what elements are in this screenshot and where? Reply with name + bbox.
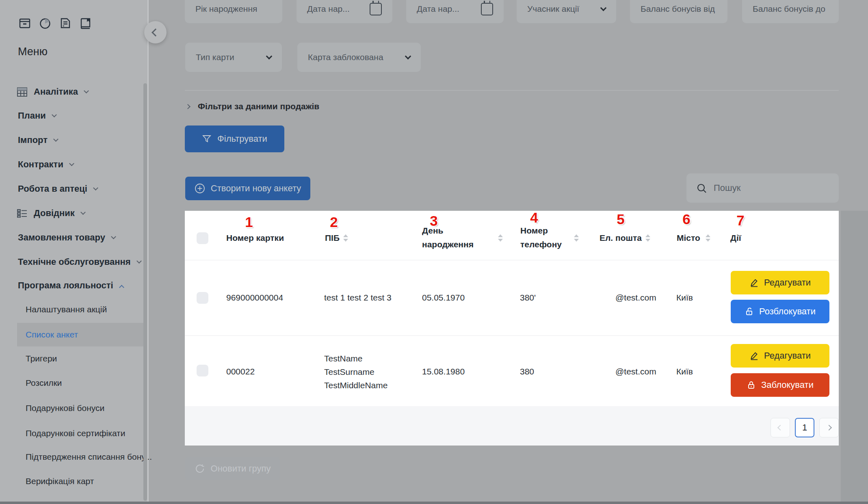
cell-city: Київ xyxy=(676,367,693,376)
sidebar-item-maintenance[interactable]: Технічне обслуговування xyxy=(18,257,141,267)
book-icon[interactable] xyxy=(79,16,93,30)
document-icon[interactable] xyxy=(58,16,72,30)
sidebar-item-directory[interactable]: Довідник xyxy=(17,208,85,218)
sales-filters-toggle[interactable]: Фільтри за даними продажів xyxy=(186,102,319,111)
chevron-down-icon xyxy=(111,234,116,239)
chevron-down-icon xyxy=(84,88,89,93)
create-questionnaire-label: Створити нову анкету xyxy=(211,183,301,194)
chevron-down-icon xyxy=(69,161,74,166)
unblock-button[interactable]: Розблокувати xyxy=(731,300,829,323)
update-group-button[interactable]: Оновити групу xyxy=(185,457,280,480)
sidebar-item-plans[interactable]: Плани xyxy=(18,110,56,121)
row-checkbox[interactable] xyxy=(197,365,208,376)
create-questionnaire-button[interactable]: Створити нову анкету xyxy=(185,177,310,200)
sidebar-item-goods-order[interactable]: Замовлення товару xyxy=(18,232,115,243)
column-header-phone[interactable]: Номертелефону xyxy=(520,224,562,251)
table-footer xyxy=(185,406,839,446)
crm-loyalty-page: Меню Аналітика Плани Імпорт Контракти Ро… xyxy=(0,0,868,504)
sidebar-item-pharmacy-work[interactable]: Робота в аптеці xyxy=(18,184,97,194)
column-header-email[interactable]: Ел. пошта xyxy=(600,233,642,243)
sidebar-subitem-bonus-writeoff-confirm[interactable]: Підтвердження списання бону... xyxy=(26,452,152,462)
sidebar-item-label: Робота в аптеці xyxy=(18,184,87,194)
page-scrollbar-track[interactable] xyxy=(841,211,868,502)
archive-icon[interactable] xyxy=(18,16,32,30)
filter-birth-date-to-input[interactable]: Дата нар... xyxy=(406,0,504,23)
sort-icon[interactable] xyxy=(574,234,579,242)
search-box xyxy=(686,173,839,203)
cell-birth-date: 05.05.1970 xyxy=(422,293,465,303)
column-header-card-number[interactable]: Номер картки xyxy=(226,233,284,243)
chevron-down-icon xyxy=(266,53,273,59)
sort-icon[interactable] xyxy=(706,234,710,242)
filter-birth-date-from-input[interactable]: Дата нар... xyxy=(297,0,392,23)
sort-icon[interactable] xyxy=(343,234,348,242)
annotation-5: 5 xyxy=(617,211,624,227)
cell-birth-date: 15.08.1980 xyxy=(422,367,465,376)
calendar-icon xyxy=(481,3,493,15)
filter-bonus-balance-to-input[interactable]: Баланс бонусів до xyxy=(742,0,839,23)
annotation-4: 4 xyxy=(530,210,538,226)
sidebar-item-contracts[interactable]: Контракти xyxy=(18,159,74,170)
chevron-down-icon xyxy=(136,258,142,264)
sidebar-item-analytics[interactable]: Аналітика xyxy=(17,87,88,97)
refresh-icon xyxy=(195,463,205,474)
sidebar-subitem-promo-settings[interactable]: Налаштування акцій xyxy=(26,305,107,314)
sidebar-item-loyalty-program[interactable]: Програма лояльності xyxy=(18,280,123,291)
sidebar-collapse-button[interactable] xyxy=(144,21,167,43)
cell-phone: 380' xyxy=(520,293,536,303)
pagination-next-button[interactable] xyxy=(819,418,839,437)
filter-bonus-balance-from-input[interactable]: Баланс бонусів від xyxy=(630,0,727,23)
cell-card-number: 000022 xyxy=(226,367,255,376)
sidebar-item-label: Аналітика xyxy=(34,87,78,97)
field-label: Баланс бонусів від xyxy=(641,4,715,14)
annotation-6: 6 xyxy=(682,211,690,227)
filter-birth-year-input[interactable]: Рік народження xyxy=(185,0,282,23)
edit-button[interactable]: Редагувати xyxy=(731,271,829,294)
chevron-left-icon xyxy=(152,28,160,37)
select-all-checkbox[interactable] xyxy=(197,232,208,244)
block-button-label: Заблокувати xyxy=(761,380,814,390)
sidebar-item-import[interactable]: Імпорт xyxy=(18,135,58,145)
questionnaire-table: 1 2 3 4 5 6 7 Номер картки ПІБ Деньнарод… xyxy=(185,211,839,446)
sidebar-scrollbar[interactable] xyxy=(143,83,147,501)
row-checkbox[interactable] xyxy=(197,292,208,304)
edit-button[interactable]: Редагувати xyxy=(731,344,829,368)
sidebar-subitem-gift-certificates[interactable]: Подарункові сертифікати xyxy=(26,428,125,438)
sidebar-subitem-mailings[interactable]: Розсилки xyxy=(26,378,62,388)
sidebar-subitem-triggers[interactable]: Тригери xyxy=(26,354,57,363)
sidebar-subitem-card-verification[interactable]: Верифікація карт xyxy=(26,476,94,486)
filter-promo-participant-select[interactable]: Учасник акції xyxy=(517,0,616,23)
column-header-birth-date[interactable]: Деньнародження xyxy=(422,224,474,251)
sidebar-menu-title: Меню xyxy=(18,45,48,58)
filter-button[interactable]: Фільтрувати xyxy=(185,125,284,152)
pagination-prev-button[interactable] xyxy=(771,418,790,437)
search-input[interactable] xyxy=(714,183,819,193)
annotation-2: 2 xyxy=(330,214,338,230)
field-label: Тип карти xyxy=(196,52,234,62)
sidebar: Меню Аналітика Плани Імпорт Контракти Ро… xyxy=(0,0,149,504)
column-header-city[interactable]: Місто xyxy=(677,233,700,243)
list-icon xyxy=(17,209,27,218)
sort-icon[interactable] xyxy=(498,234,503,242)
sidebar-subitem-gift-bonuses[interactable]: Подарункові бонуси xyxy=(26,403,104,413)
sidebar-item-label: Довідник xyxy=(34,208,75,218)
filter-card-blocked-select[interactable]: Карта заблокована xyxy=(297,43,421,72)
sort-icon[interactable] xyxy=(645,234,650,242)
pagination-page-1[interactable]: 1 xyxy=(795,418,814,437)
chevron-down-icon xyxy=(52,112,57,117)
cell-name: TestName TestSurname TestMiddleName xyxy=(324,352,387,392)
edit-button-label: Редагувати xyxy=(764,350,811,361)
horizontal-scrollbar[interactable] xyxy=(0,502,868,504)
sidebar-item-label: Контракти xyxy=(18,159,63,170)
plus-circle-icon xyxy=(195,183,205,194)
column-header-name[interactable]: ПІБ xyxy=(325,233,340,243)
filter-card-type-select[interactable]: Тип карти xyxy=(185,43,282,72)
cell-card-number: 969000000004 xyxy=(226,293,283,303)
chevron-down-icon xyxy=(80,210,86,215)
pie-chart-icon[interactable] xyxy=(38,16,52,30)
field-label: Дата нар... xyxy=(417,4,459,14)
cell-name: test 1 test 2 test 3 xyxy=(324,293,392,303)
field-label: Дата нар... xyxy=(307,4,350,14)
sidebar-subitem-questionnaire-list[interactable]: Список анкет xyxy=(26,330,78,340)
block-button[interactable]: Заблокувати xyxy=(731,373,829,397)
